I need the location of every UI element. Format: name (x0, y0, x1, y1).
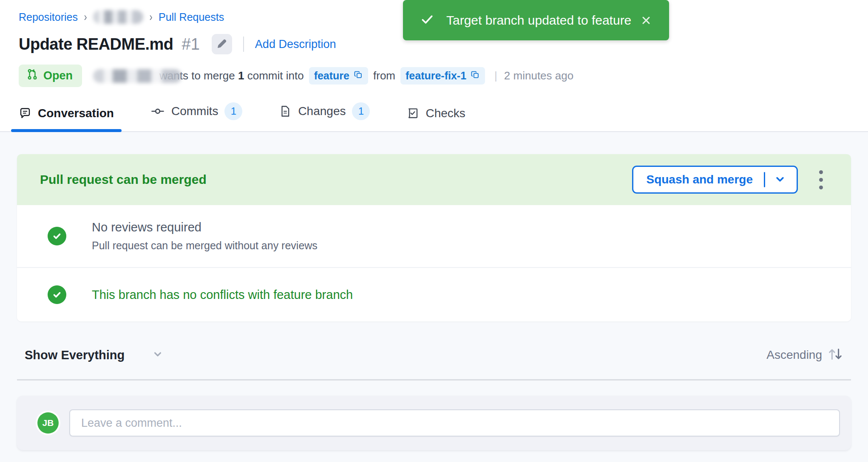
sort-arrows-icon (827, 347, 843, 363)
source-branch-name: feature-fix-1 (406, 70, 466, 82)
breadcrumb-separator: › (84, 10, 87, 24)
timeline-divider (17, 379, 851, 380)
changes-count-badge: 1 (352, 102, 370, 120)
show-everything-dropdown[interactable]: Show Everything (25, 348, 164, 362)
conflict-status-row: This branch has no conflicts with featur… (17, 267, 851, 321)
tab-commits[interactable]: Commits 1 (150, 102, 242, 131)
check-icon (420, 12, 434, 28)
tab-label: Changes (298, 104, 346, 118)
timeline-controls: Show Everything Ascending (17, 347, 851, 363)
target-branch-name: feature (314, 70, 349, 82)
conversation-content: Pull request can be merged Squash and me… (0, 132, 868, 462)
breadcrumb-separator: › (149, 10, 152, 24)
merge-panel-header: Pull request can be merged Squash and me… (17, 154, 851, 205)
file-icon (279, 105, 292, 118)
review-status-title: No reviews required (92, 220, 318, 234)
tab-label: Conversation (38, 107, 114, 120)
tab-changes[interactable]: Changes 1 (279, 102, 370, 131)
source-branch-chip[interactable]: feature-fix-1 (400, 67, 485, 85)
meta-divider: | (494, 69, 497, 82)
merge-options-kebab-menu[interactable] (817, 168, 825, 192)
title-divider (243, 37, 244, 52)
breadcrumb-redacted-repo-name[interactable] (93, 10, 143, 24)
squash-and-merge-label: Squash and merge (646, 173, 753, 186)
review-status-row: No reviews required Pull request can be … (17, 205, 851, 267)
commits-count-badge: 1 (224, 102, 242, 120)
toast-message: Target branch updated to feature (446, 13, 638, 28)
add-description-link[interactable]: Add Description (255, 38, 336, 51)
commit-icon (150, 104, 165, 118)
breadcrumb-repositories-link[interactable]: Repositories (19, 11, 78, 23)
sort-ascending-toggle[interactable]: Ascending (766, 347, 843, 363)
pencil-icon (216, 38, 227, 51)
copy-branch-icon[interactable] (354, 70, 363, 82)
chevron-down-icon (152, 348, 164, 362)
chevron-down-icon[interactable] (774, 173, 786, 187)
timestamp: 2 minutes ago (504, 69, 573, 82)
review-status-subtitle: Pull request can be merged without any r… (92, 239, 318, 252)
tab-label: Commits (171, 104, 218, 118)
conversation-icon (19, 107, 31, 120)
checklist-icon (406, 107, 419, 120)
tab-conversation[interactable]: Conversation (19, 107, 114, 131)
edit-title-button[interactable] (212, 34, 232, 54)
comment-input[interactable] (69, 409, 840, 437)
button-divider (764, 172, 765, 187)
pr-number: #1 (182, 35, 200, 54)
conflict-status-title: This branch has no conflicts with featur… (92, 288, 353, 302)
filter-label: Show Everything (25, 348, 125, 362)
target-branch-chip[interactable]: feature (309, 67, 368, 85)
pr-tabs: Conversation Commits 1 (0, 102, 868, 131)
close-icon[interactable] (638, 13, 654, 28)
tab-label: Checks (425, 107, 465, 120)
pr-title: Update README.md (19, 35, 173, 54)
tab-checks[interactable]: Checks (406, 107, 465, 131)
pull-request-page: Repositories › › Pull Requests Update RE… (0, 0, 868, 462)
toast-notification: Target branch updated to feature (403, 0, 669, 40)
pr-meta-row: Open wants to merge 1 commit into featur… (0, 65, 868, 87)
comment-composer: JB (17, 396, 851, 450)
from-word: from (373, 69, 395, 82)
copy-branch-icon[interactable] (471, 70, 480, 82)
breadcrumb-pull-requests-link[interactable]: Pull Requests (159, 11, 224, 23)
pull-request-icon (26, 68, 38, 83)
sort-label: Ascending (766, 348, 822, 362)
status-badge-label: Open (43, 69, 73, 82)
user-avatar: JB (37, 412, 59, 434)
status-badge: Open (19, 65, 82, 87)
merge-status-panel: Pull request can be merged Squash and me… (17, 154, 851, 321)
commit-count: 1 (238, 69, 244, 82)
check-circle-icon (48, 285, 66, 304)
redacted-author-name (93, 69, 182, 83)
check-circle-icon (48, 227, 66, 245)
merge-headline: Pull request can be merged (40, 172, 632, 187)
squash-and-merge-button[interactable]: Squash and merge (632, 166, 798, 194)
